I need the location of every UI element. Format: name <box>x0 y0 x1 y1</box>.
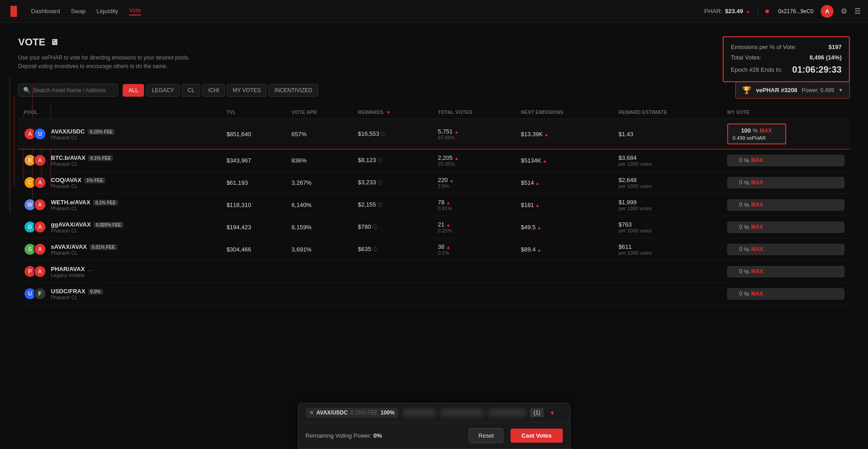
nav-vote[interactable]: Vote <box>129 7 141 15</box>
col-apr: Vote APR <box>286 106 352 119</box>
col-emissions-value: $13.39K ▲ <box>516 119 613 149</box>
col-rewards-value <box>352 261 432 283</box>
col-tvl-value: $194,423 <box>221 216 286 238</box>
token-counter-badge[interactable]: (1) <box>530 408 544 417</box>
connected-dot <box>765 10 769 13</box>
nav-liquidity[interactable]: Liquidity <box>96 8 118 15</box>
col-estimate-value <box>613 283 722 305</box>
filter-ichi[interactable]: ICHI <box>202 84 225 97</box>
votes-up-icon: ▲ <box>454 156 459 161</box>
col-tvl-value <box>221 283 286 305</box>
vote-zero-input[interactable] <box>731 246 742 252</box>
vote-zero-input[interactable] <box>731 268 742 275</box>
col-estimate-value: $763per 1000 votes <box>613 216 722 238</box>
chip-name: AVAX/USDC <box>317 410 348 416</box>
pool-sub: Pharaoh CL <box>51 161 113 167</box>
avatar[interactable]: A <box>821 5 833 18</box>
vote-zero-input[interactable] <box>731 291 742 297</box>
col-apr-value <box>286 283 352 305</box>
col-emissions-value <box>516 283 613 305</box>
max-label[interactable]: MAX <box>751 157 764 163</box>
filter-legacy[interactable]: LEGACY <box>146 84 180 97</box>
filter-incentivized[interactable]: INCENTIVIZED <box>268 84 318 97</box>
col-total-votes-value: 21 ▲0.25% <box>432 216 516 238</box>
fee-badge: 0.025% FEE <box>94 222 124 228</box>
pool-name: BTC.b/AVAX0.1% FEE <box>51 154 113 161</box>
col-emissions-value: $89.4 ▲ <box>516 238 613 261</box>
col-apr-value: 3,267% <box>286 172 352 194</box>
vote-max-btn[interactable]: % MAX <box>727 177 844 188</box>
votes-up-icon: ▲ <box>446 222 451 227</box>
filter-all[interactable]: ALL <box>123 84 144 97</box>
menu-icon[interactable]: ☰ <box>854 7 861 15</box>
reset-button[interactable]: Reset <box>469 428 503 443</box>
total-votes-label: Total Votes: <box>731 54 761 61</box>
vote-pct-symbol: % <box>744 157 749 164</box>
vote-zero-input[interactable] <box>731 224 742 230</box>
col-total-votes-value: 5,751 ▲67.69% <box>432 119 516 149</box>
max-label[interactable]: MAX <box>751 246 764 252</box>
filter-myvotes[interactable]: MY VOTES <box>227 84 267 97</box>
pool-name: USDC/FRAX0.0% <box>51 288 103 295</box>
chip-close-icon[interactable]: ✕ <box>309 410 314 416</box>
search-box[interactable]: 🔍 <box>18 84 118 97</box>
emissions-up-icon: ▲ <box>536 225 541 230</box>
pool-icon-2: A <box>34 221 46 233</box>
wallet-address[interactable]: 0x2176...9eC0 <box>778 8 813 15</box>
col-rewards: Rewards ▼ <box>352 106 432 119</box>
pool-sub: Pharaoh CL <box>51 295 103 300</box>
vote-icon: 🖥 <box>50 38 58 47</box>
pool-icon-2: A <box>34 176 46 189</box>
vephar-selector[interactable]: 🏆 vePHAR #3208 Power: 0.499 ▼ <box>735 82 850 99</box>
col-rewards-value: $780ⓘ <box>352 216 432 238</box>
search-input[interactable] <box>33 87 113 94</box>
vote-zero-input[interactable] <box>731 202 742 208</box>
col-pool: POOL <box>18 106 221 119</box>
max-label[interactable]: MAX <box>751 202 764 208</box>
nav-swap[interactable]: Swap <box>71 8 86 15</box>
max-label[interactable]: MAX <box>751 179 764 186</box>
pool-sub: Pharaoh CL <box>51 183 105 189</box>
vote-input-box[interactable]: % MAX 0.499 vePHAR <box>727 123 786 144</box>
vote-max-btn[interactable]: % MAX <box>727 222 844 233</box>
token-counter-chevron[interactable]: ▼ <box>549 410 555 416</box>
cast-votes-button[interactable]: Cast Votes <box>511 429 562 443</box>
max-label[interactable]: MAX <box>751 268 764 275</box>
fee-badge: 0.15% FEE <box>88 129 115 135</box>
vote-max-btn[interactable]: % MAX <box>727 155 844 166</box>
col-total-votes-value: 2,205 ▲25.95% <box>432 149 516 172</box>
col-tvl: TVL <box>221 106 286 119</box>
pool-icons: B A <box>24 154 46 167</box>
settings-icon[interactable]: ⚙ <box>841 7 847 15</box>
table-row: C A COQ/AVAX1% FEE Pharaoh CL $61,1933,2… <box>18 172 850 194</box>
vephar-power: Power: 0.499 <box>802 87 834 94</box>
col-total-votes-value: 78 ▲0.91% <box>432 194 516 216</box>
max-label[interactable]: MAX <box>751 291 764 297</box>
rewards-info-icon: ⓘ <box>377 180 382 185</box>
col-estimate-value <box>613 261 722 283</box>
pool-icons: C A <box>24 176 46 189</box>
pool-icon-2: F <box>34 287 46 300</box>
vote-max-btn[interactable]: % MAX <box>727 266 844 277</box>
col-estimate-value: $2,648per 1000 votes <box>613 172 722 194</box>
epoch-breakdown-box: Emissions per % of Vote: $197 Total Vote… <box>723 36 850 82</box>
vote-zero-input[interactable] <box>731 157 742 163</box>
col-apr-value: 3,691% <box>286 238 352 261</box>
vote-zero-input[interactable] <box>731 179 742 186</box>
vote-max-btn[interactable]: % MAX <box>727 244 844 255</box>
vote-sub-text: 0.499 vePHAR <box>733 135 781 141</box>
filter-cl[interactable]: CL <box>182 84 200 97</box>
col-tvl-value: $304,466 <box>221 238 286 261</box>
fee-badge: 0.0% <box>88 289 103 295</box>
vote-input[interactable] <box>733 127 751 134</box>
max-label[interactable]: MAX <box>760 128 772 134</box>
vote-max-btn[interactable]: % MAX <box>727 199 844 211</box>
nav-dashboard[interactable]: Dashboard <box>31 8 60 15</box>
max-label[interactable]: MAX <box>751 224 764 230</box>
vote-max-btn[interactable]: % MAX <box>727 288 844 300</box>
col-my-vote-cell: % MAX <box>722 238 850 261</box>
pool-icons: G A <box>24 221 46 233</box>
col-apr-value: 6,140% <box>286 194 352 216</box>
pool-icon-2: U <box>34 128 46 140</box>
pool-icons: A U <box>24 128 46 140</box>
